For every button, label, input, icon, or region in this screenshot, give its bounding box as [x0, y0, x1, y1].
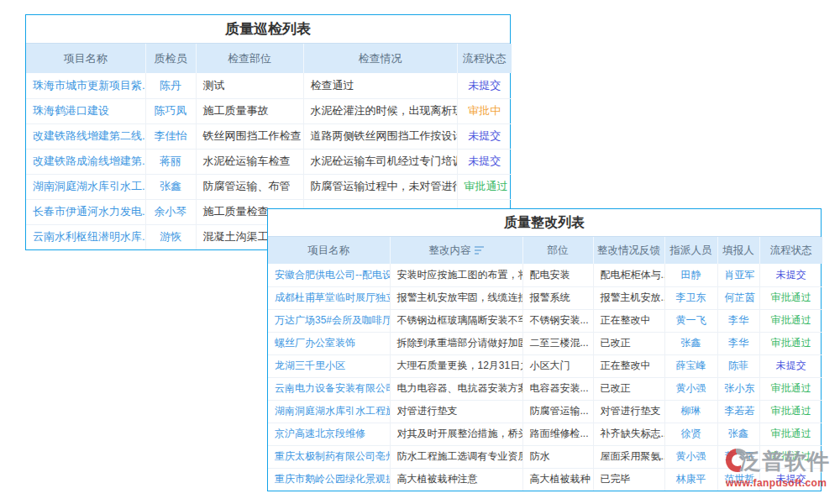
table-row: 改建铁路线增建第二线...李佳怡铁丝网围挡工作检查道路两侧铁丝网围挡工作按设计.… [26, 123, 512, 149]
cell-part: 不锈钢安装... [522, 309, 593, 332]
cell-project[interactable]: 万达广场35#会所及咖啡厅空... [268, 309, 390, 332]
cell-situation: 检查通过 [303, 73, 457, 98]
cell-project[interactable]: 安徽合肥供电公司--配电设备... [268, 264, 390, 286]
cell-reporter[interactable]: 陈菲 [717, 354, 759, 377]
column-header-label: 流程状态 [770, 244, 812, 256]
header-row: 项目名称整改内容部位整改情况反馈指派人员填报人流程状态 [268, 237, 822, 264]
column-header-label: 指派人员 [670, 244, 712, 256]
column-header-situation: 检查情况 [303, 44, 457, 73]
cell-inspector[interactable]: 李佳怡 [145, 123, 196, 149]
cell-feedback: 报警主机安放... [593, 286, 664, 309]
column-header-inspector: 质检员 [145, 44, 196, 73]
inspection-table-header: 项目名称质检员检查部位检查情况流程状态 [26, 44, 512, 73]
column-header-project: 项目名称 [26, 44, 145, 73]
cell-status: 未提交 [457, 123, 512, 149]
cell-project[interactable]: 成都杜甫草堂临时展厅独立展... [268, 286, 390, 309]
cell-content: 电力电容器、电抗器安装方案,... [390, 377, 522, 400]
column-header-content[interactable]: 整改内容 [390, 237, 522, 264]
fanpu-watermark: 泛普软件 www.fanpusoft.com [726, 444, 838, 489]
cell-assignee[interactable]: 薛宝峰 [664, 354, 717, 377]
table-row: 珠海鹤港口建设陈巧凤施工质量事故水泥砼灌注的时候，出现离析现象审批中 [26, 98, 512, 123]
cell-assignee[interactable]: 李卫东 [664, 286, 717, 309]
cell-inspector[interactable]: 蒋丽 [145, 149, 196, 174]
table-row: 珠海市城市更新项目紫...陈丹测试检查通过未提交 [26, 73, 512, 98]
cell-feedback: 对管进行垫支 [593, 400, 664, 423]
cell-project[interactable]: 改建铁路线增建第二线... [26, 123, 145, 149]
cell-content: 安装时应按施工图的布置，将... [390, 264, 522, 286]
cell-content: 不锈钢边框玻璃隔断安装不牢... [390, 309, 522, 332]
column-header-label: 整改情况反馈 [597, 244, 660, 256]
column-header-part: 检查部位 [196, 44, 303, 73]
cell-project[interactable]: 重庆太极制药有限公司亳州中... [268, 445, 390, 468]
cell-reporter[interactable]: 李若若 [717, 400, 759, 423]
cell-status: 审批通过 [759, 377, 822, 400]
cell-situation: 道路两侧铁丝网围挡工作按设计... [303, 123, 457, 149]
cell-inspector[interactable]: 张鑫 [145, 174, 196, 199]
cell-project[interactable]: 珠海鹤港口建设 [26, 98, 145, 123]
cell-part: 路面维修检... [522, 423, 593, 445]
cell-assignee[interactable]: 柳琳 [664, 400, 717, 423]
cell-project[interactable]: 龙湖三千里小区 [268, 354, 390, 377]
cell-assignee[interactable]: 张鑫 [664, 332, 717, 354]
cell-part: 防腐管运输、布管 [196, 174, 303, 199]
cell-feedback: 已完毕 [593, 468, 664, 491]
cell-status: 审批通过 [759, 400, 822, 423]
cell-content: 拆除到承重墙部分请做好加固... [390, 332, 522, 354]
cell-project[interactable]: 螺丝厂办公室装饰 [268, 332, 390, 354]
cell-project[interactable]: 改建铁路成渝线增建第... [26, 149, 145, 174]
table-row: 龙湖三千里小区大理石质量更换，12月31日之...小区大门正在整改中薛宝峰陈菲未… [268, 354, 822, 377]
cell-project[interactable]: 珠海市城市更新项目紫... [26, 73, 145, 98]
brand-url[interactable]: www.fanpusoft.com [726, 477, 838, 489]
table-row: 云南电力设备安装有限公司20...电力电容器、电抗器安装方案,...电容器安装.… [268, 377, 822, 400]
cell-project[interactable]: 云南电力设备安装有限公司20... [268, 377, 390, 400]
cell-assignee[interactable]: 徐贤 [664, 423, 717, 445]
column-header-status: 流程状态 [759, 237, 822, 264]
column-header-label: 部位 [548, 244, 569, 256]
cell-project[interactable]: 云南水利枢纽潜明水库... [26, 224, 145, 249]
table-row: 成都杜甫草堂临时展厅独立展...报警主机安放牢固，线缆连接...报警系统报警主机… [268, 286, 822, 309]
cell-reporter[interactable]: 张鑫 [717, 423, 759, 445]
sort-icon[interactable] [475, 245, 484, 255]
cell-content: 报警主机安放牢固，线缆连接... [390, 286, 522, 309]
cell-status: 未提交 [457, 73, 512, 98]
cell-inspector[interactable]: 余小琴 [145, 199, 196, 224]
header-row: 项目名称质检员检查部位检查情况流程状态 [26, 44, 512, 73]
cell-inspector[interactable]: 陈巧凤 [145, 98, 196, 123]
cell-assignee[interactable]: 田静 [664, 264, 717, 286]
cell-situation: 水泥砼灌注的时候，出现离析现象 [303, 98, 457, 123]
table-row: 安徽合肥供电公司--配电设备...安装时应按施工图的布置，将...配电安装配电柜… [268, 264, 822, 286]
column-header-status: 流程状态 [457, 44, 512, 73]
cell-content: 防水工程施工选调有专业资质... [390, 445, 522, 468]
cell-assignee[interactable]: 黄小强 [664, 377, 717, 400]
table-row: 湖南洞庭湖水库引水工程施工1标对管进行垫支防腐管运输...对管进行垫支柳琳李若若… [268, 400, 822, 423]
cell-reporter[interactable]: 李华 [717, 332, 759, 354]
rectification-table-header: 项目名称整改内容部位整改情况反馈指派人员填报人流程状态 [268, 237, 822, 264]
cell-feedback: 配电柜柜体与... [593, 264, 664, 286]
cell-assignee[interactable]: 林康平 [664, 468, 717, 491]
cell-part: 测试 [196, 73, 303, 98]
cell-project[interactable]: 湖南洞庭湖水库引水工程施工1标 [268, 400, 390, 423]
cell-reporter[interactable]: 肖亚军 [717, 264, 759, 286]
cell-assignee[interactable]: 黄一飞 [664, 309, 717, 332]
cell-project[interactable]: 长春市伊通河水力发电... [26, 199, 145, 224]
cell-feedback: 补齐缺失标志... [593, 423, 664, 445]
cell-reporter[interactable]: 张小东 [717, 377, 759, 400]
column-header-project: 项目名称 [268, 237, 390, 264]
table-row: 万达广场35#会所及咖啡厅空...不锈钢边框玻璃隔断安装不牢...不锈钢安装..… [268, 309, 822, 332]
cell-reporter[interactable]: 李华 [717, 309, 759, 332]
cell-project[interactable]: 重庆市鹅岭公园绿化景观提升... [268, 468, 390, 491]
cell-reporter[interactable]: 何芷茵 [717, 286, 759, 309]
cell-feedback: 已改正 [593, 332, 664, 354]
cell-inspector[interactable]: 游恢 [145, 224, 196, 249]
cell-project[interactable]: 京沪高速北京段维修 [268, 423, 390, 445]
cell-status: 审批通过 [759, 309, 822, 332]
cell-inspector[interactable]: 陈丹 [145, 73, 196, 98]
cell-part: 小区大门 [522, 354, 593, 377]
column-header-label: 项目名称 [307, 244, 349, 256]
cell-assignee[interactable]: 黄小强 [664, 445, 717, 468]
column-header-label: 整改内容 [429, 244, 471, 256]
cell-status: 审批中 [457, 98, 512, 123]
cell-project[interactable]: 湖南洞庭湖水库引水工... [26, 174, 145, 199]
column-header-label: 流程状态 [463, 52, 507, 65]
column-header-label: 填报人 [722, 244, 754, 256]
